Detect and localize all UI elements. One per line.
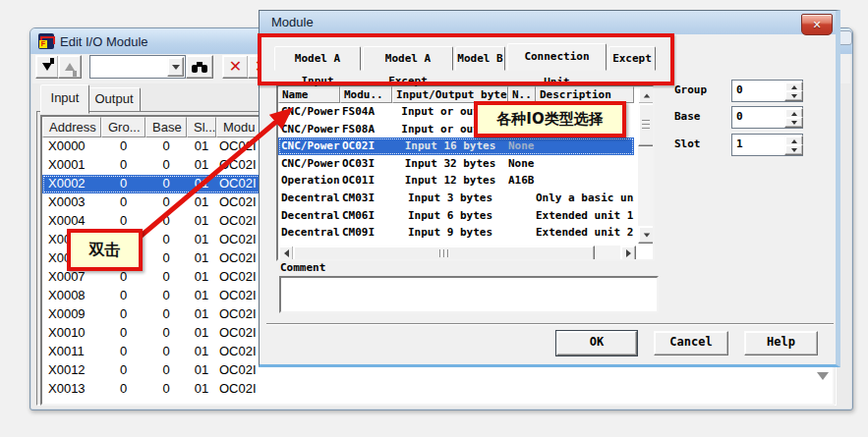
cell: CNC/Power bbox=[278, 137, 340, 155]
cell: Only a basic uni bbox=[536, 190, 634, 207]
cell: FS04A bbox=[340, 103, 392, 121]
module-list-row[interactable]: DecentralCM06IInput 6 bytesExtended unit… bbox=[278, 207, 634, 225]
field-slot[interactable]: 1 bbox=[731, 134, 803, 156]
spin-down-button[interactable] bbox=[784, 144, 803, 155]
horizontal-scrollbar[interactable] bbox=[278, 246, 634, 259]
cell: 0 bbox=[145, 193, 187, 212]
cell: 01 bbox=[187, 305, 216, 324]
field-group[interactable]: 0 bbox=[731, 80, 803, 102]
field-label-base: Base bbox=[674, 110, 701, 123]
scroll-down-button[interactable] bbox=[638, 226, 655, 244]
column-header[interactable]: Address bbox=[42, 117, 101, 137]
cell: 0 bbox=[145, 231, 187, 249]
cell: Input 6 bytes bbox=[392, 207, 508, 225]
cell: Input 12 bytes bbox=[392, 172, 508, 190]
tab-input[interactable]: Input bbox=[40, 84, 89, 114]
cell: OC03I bbox=[340, 155, 392, 173]
tab-except[interactable]: Except bbox=[608, 46, 656, 71]
module-list-row[interactable]: DecentralCM03IInput 3 bytesOnly a basic … bbox=[278, 190, 634, 207]
scroll-down-icon bbox=[643, 233, 649, 237]
cell: FS08A bbox=[340, 121, 392, 138]
cell: X0001 bbox=[42, 156, 101, 175]
cell: X0011 bbox=[42, 343, 101, 361]
vertical-scrollbar[interactable] bbox=[638, 86, 653, 242]
tab-model-b[interactable]: Model B bbox=[455, 46, 505, 71]
scroll-up-button[interactable] bbox=[638, 86, 655, 104]
cell: 0 bbox=[145, 249, 187, 268]
cell: CM09I bbox=[340, 224, 392, 242]
cancel-button[interactable]: Cancel bbox=[654, 331, 728, 355]
cell: 01 bbox=[187, 249, 216, 268]
help-button[interactable]: Help bbox=[744, 331, 818, 355]
tab-output[interactable]: Output bbox=[87, 87, 141, 114]
cell: Decentral bbox=[278, 207, 340, 225]
cell: CNC/Power bbox=[278, 121, 340, 138]
module-type-tabs: Model A InputModel A ExceptModel BConnec… bbox=[274, 42, 658, 71]
move-up-button[interactable] bbox=[58, 55, 82, 79]
cell: X0002 bbox=[42, 175, 101, 193]
scrollbar-thumb[interactable] bbox=[638, 103, 655, 146]
module-list-row[interactable]: CNC/PowerOC02IInput 16 bytesNone bbox=[278, 137, 634, 155]
field-label-group: Group bbox=[674, 83, 707, 96]
cell: 0 bbox=[145, 156, 187, 175]
cell: 01 bbox=[187, 380, 216, 399]
column-header[interactable]: Modu.. bbox=[340, 86, 392, 103]
cell: 0 bbox=[101, 380, 145, 399]
scroll-right-button[interactable] bbox=[620, 246, 636, 261]
close-button[interactable]: ✕ bbox=[801, 14, 833, 35]
cell: 0 bbox=[101, 305, 145, 324]
column-header[interactable]: Gro... bbox=[101, 117, 145, 137]
ok-button[interactable]: OK bbox=[556, 331, 637, 355]
table-row[interactable]: X00130001OC02I bbox=[42, 380, 833, 399]
cell: Extended unit 2 bbox=[536, 224, 634, 242]
cell: 0 bbox=[145, 305, 187, 324]
cell: 0 bbox=[145, 175, 187, 193]
move-down-button[interactable] bbox=[35, 55, 59, 79]
cell: 01 bbox=[187, 343, 216, 361]
dialog-titlebar[interactable]: Module bbox=[260, 11, 836, 34]
cell: Extended unit 1 bbox=[536, 207, 634, 225]
cell: 0 bbox=[145, 361, 187, 380]
cell: OC02I bbox=[216, 380, 833, 399]
find-button[interactable] bbox=[186, 55, 213, 79]
field-base[interactable]: 0 bbox=[731, 106, 803, 129]
column-header[interactable]: Base bbox=[145, 117, 187, 137]
cell: CM03I bbox=[340, 190, 392, 207]
spin-down-button[interactable] bbox=[784, 117, 803, 128]
module-list-row[interactable]: CNC/PowerOC03IInput 32 bytesNone bbox=[278, 155, 634, 173]
tab-model-a-except[interactable]: Model A Except bbox=[363, 46, 453, 71]
field-value: 0 bbox=[736, 110, 743, 123]
binoculars-icon bbox=[192, 62, 207, 73]
cell bbox=[508, 190, 536, 207]
tab-model-a-input[interactable]: Model A Input bbox=[274, 46, 361, 71]
column-header[interactable]: Sl... bbox=[187, 117, 216, 137]
scrollbar-down-arrow-icon[interactable] bbox=[817, 372, 829, 380]
spin-down-icon bbox=[791, 148, 797, 152]
cell: CNC/Power bbox=[278, 103, 340, 121]
combo-dropdown-button[interactable] bbox=[167, 57, 184, 77]
spin-up-icon bbox=[791, 139, 797, 143]
delete-button[interactable]: ✕ bbox=[222, 55, 249, 79]
scrollbar-thumb[interactable] bbox=[293, 246, 595, 261]
cell: None bbox=[508, 155, 536, 173]
scroll-left-button[interactable] bbox=[278, 246, 294, 261]
search-combobox[interactable] bbox=[89, 55, 186, 79]
f-glyph: F bbox=[39, 40, 47, 48]
cell: 01 bbox=[187, 287, 216, 305]
cell: X0009 bbox=[42, 305, 101, 324]
comment-label: Comment bbox=[280, 261, 325, 274]
red-x-icon: ✕ bbox=[229, 59, 242, 75]
spinner bbox=[784, 108, 801, 125]
screen: F Edit I/O Module ✕ ✕ bbox=[0, 0, 868, 437]
cell: 01 bbox=[187, 193, 216, 212]
cell: None bbox=[508, 137, 536, 155]
comment-input[interactable] bbox=[279, 276, 659, 313]
module-list-row[interactable]: OperationOC01IInput 12 bytesA16B bbox=[278, 172, 634, 190]
module-list-row[interactable]: DecentralCM09IInput 9 bytesExtended unit… bbox=[278, 224, 634, 242]
spin-down-button[interactable] bbox=[784, 90, 803, 101]
cell bbox=[536, 172, 634, 190]
cell: Decentral bbox=[278, 190, 340, 207]
chevron-down-icon bbox=[172, 65, 180, 70]
tab-connection-unit[interactable]: Connection Unit bbox=[507, 43, 607, 71]
cell: OC01I bbox=[340, 172, 392, 190]
